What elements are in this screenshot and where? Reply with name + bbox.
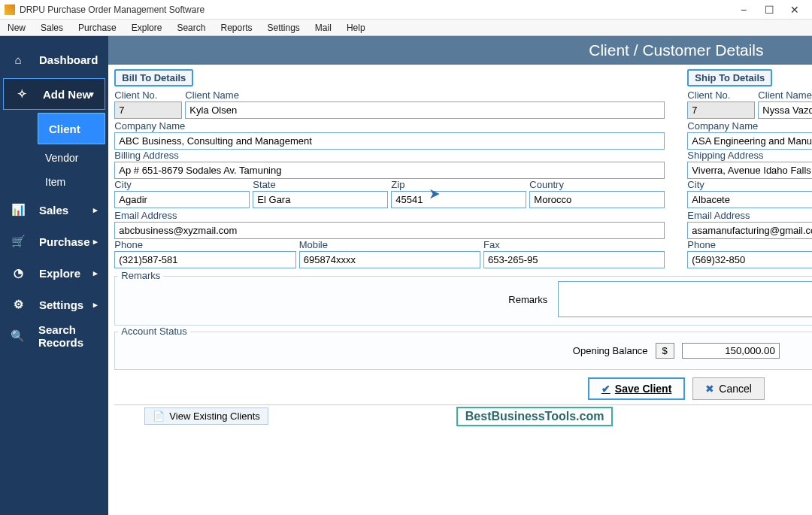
bill-clientno-input[interactable] <box>114 101 182 119</box>
ship-clientno-input[interactable] <box>687 101 755 119</box>
pie-icon: ◔ <box>11 266 26 280</box>
sidebar-item-label: Item <box>45 176 65 188</box>
sidebar-item-addnew[interactable]: ✧ Add New ▾ <box>3 78 105 110</box>
check-icon: ✔ <box>601 383 611 395</box>
opening-balance-label: Opening Balance <box>573 345 648 356</box>
sidebar-item-item[interactable]: Item <box>0 170 108 194</box>
menu-help[interactable]: Help <box>347 23 365 33</box>
ship-email-input[interactable] <box>687 222 812 239</box>
remarks-input[interactable] <box>558 281 812 317</box>
menu-search[interactable]: Search <box>177 23 205 33</box>
bill-to-section: Bill To Details Client No. Client Name C… <box>114 69 665 270</box>
remarks-label: Remarks <box>508 294 547 305</box>
menu-reports[interactable]: Reports <box>220 23 252 33</box>
sidebar-item-label: Explore <box>39 267 80 280</box>
opening-balance-input[interactable] <box>682 343 780 359</box>
form-area: Bill To Details Client No. Client Name C… <box>108 65 812 515</box>
sidebar-item-vendor[interactable]: Vendor <box>0 146 108 170</box>
bill-city-input[interactable] <box>114 191 250 208</box>
account-legend: Account Status <box>118 326 189 337</box>
ship-to-legend: Ship To Details <box>687 69 772 86</box>
ship-email-label: Email Address <box>687 210 812 221</box>
bill-email-input[interactable] <box>114 222 665 239</box>
bill-fax-input[interactable] <box>483 251 665 268</box>
save-label: Save Client <box>615 383 671 395</box>
addnew-icon: ✧ <box>14 87 29 101</box>
ship-company-input[interactable] <box>687 132 812 150</box>
chevron-right-icon: ▸ <box>93 237 98 247</box>
ship-clientno-label: Client No. <box>687 89 755 101</box>
app-icon <box>5 5 15 15</box>
bill-phone-input[interactable] <box>114 251 295 268</box>
gear-icon: ⚙ <box>11 298 26 311</box>
ship-clientname-label: Client Name <box>758 89 812 101</box>
ship-to-section: Ship To Details Client No. Client Name C… <box>687 69 812 270</box>
ship-phone-label: Phone <box>687 239 812 250</box>
menu-mail[interactable]: Mail <box>315 23 332 33</box>
menu-sales[interactable]: Sales <box>41 23 63 33</box>
copy-arrow-icon[interactable] <box>430 186 444 201</box>
maximize-button[interactable]: ☐ <box>756 1 782 19</box>
sidebar-item-explore[interactable]: ◔ Explore ▸ <box>0 257 108 289</box>
menu-settings[interactable]: Settings <box>268 23 300 33</box>
ship-addr-input[interactable] <box>687 162 812 179</box>
sidebar-item-label: Settings <box>39 298 83 311</box>
sidebar-item-sales[interactable]: 📊 Sales ▸ <box>0 194 108 226</box>
remarks-legend: Remarks <box>118 270 163 281</box>
view-existing-label: View Existing Clients <box>169 410 259 422</box>
ship-company-label: Company Name <box>687 120 812 132</box>
bill-addr-input[interactable] <box>114 162 665 179</box>
menu-explore[interactable]: Explore <box>132 23 162 33</box>
sidebar-item-client[interactable]: Client <box>38 113 105 144</box>
bill-zip-label: Zip <box>391 179 526 190</box>
sidebar-item-label: Vendor <box>45 152 78 164</box>
footer-bar: 📄 View Existing Clients BestBusinessTool… <box>114 404 812 427</box>
page-title: Client / Customer Details <box>589 41 763 59</box>
bill-mobile-input[interactable] <box>299 251 480 268</box>
sidebar-item-search[interactable]: 🔍 Search Records <box>0 320 108 352</box>
cart-icon: 🛒 <box>11 235 26 248</box>
chevron-right-icon: ▸ <box>93 268 98 278</box>
currency-label: $ <box>656 343 674 359</box>
bill-clientname-label: Client Name <box>185 89 665 101</box>
menu-purchase[interactable]: Purchase <box>78 23 117 33</box>
bill-to-legend: Bill To Details <box>114 69 193 86</box>
bill-addr-label: Billing Address <box>114 150 665 161</box>
chevron-right-icon: ▸ <box>93 205 98 215</box>
ship-city-input[interactable] <box>687 191 812 208</box>
sidebar-item-purchase[interactable]: 🛒 Purchase ▸ <box>0 226 108 257</box>
bill-country-input[interactable] <box>529 191 665 208</box>
ship-clientname-input[interactable] <box>758 101 812 119</box>
titlebar: DRPU Purchase Order Management Software … <box>0 0 812 20</box>
page-header: Client / Customer Details Close <box>108 36 812 65</box>
sidebar-item-label: Search Records <box>38 323 98 349</box>
search-icon: 🔍 <box>11 329 25 343</box>
bill-clientname-input[interactable] <box>185 101 665 119</box>
menu-new[interactable]: New <box>8 23 26 33</box>
ship-phone-input[interactable] <box>687 251 812 268</box>
cancel-button[interactable]: ✖ Cancel <box>692 377 765 400</box>
view-existing-button[interactable]: 📄 View Existing Clients <box>144 407 268 425</box>
home-icon: ⌂ <box>11 53 26 66</box>
sidebar-item-label: Purchase <box>39 235 90 248</box>
ship-city-label: City <box>687 179 812 190</box>
save-client-button[interactable]: ✔ Save Client <box>588 377 685 400</box>
window-controls: − ☐ ✕ <box>731 1 807 19</box>
bill-company-input[interactable] <box>114 132 665 150</box>
sidebar-item-label: Add New <box>43 88 91 101</box>
ship-addr-label: Shipping Address <box>687 150 812 161</box>
bill-zip-input[interactable] <box>391 191 526 208</box>
close-window-button[interactable]: ✕ <box>782 1 807 19</box>
bill-state-input[interactable] <box>253 191 388 208</box>
sidebar: ⌂ Dashboard ✧ Add New ▾ Client Vendor It… <box>0 36 108 515</box>
minimize-button[interactable]: − <box>731 1 756 19</box>
action-buttons: ✔ Save Client ✖ Cancel <box>114 377 812 400</box>
bill-email-label: Email Address <box>114 210 665 221</box>
bill-city-label: City <box>114 179 250 190</box>
main-panel: Client / Customer Details Close Bill To … <box>108 36 812 515</box>
bill-company-label: Company Name <box>114 120 665 132</box>
bill-country-label: Country <box>529 179 665 190</box>
sidebar-item-settings[interactable]: ⚙ Settings ▸ <box>0 289 108 320</box>
sidebar-item-dashboard[interactable]: ⌂ Dashboard <box>0 44 108 75</box>
chevron-right-icon: ▸ <box>93 300 98 310</box>
